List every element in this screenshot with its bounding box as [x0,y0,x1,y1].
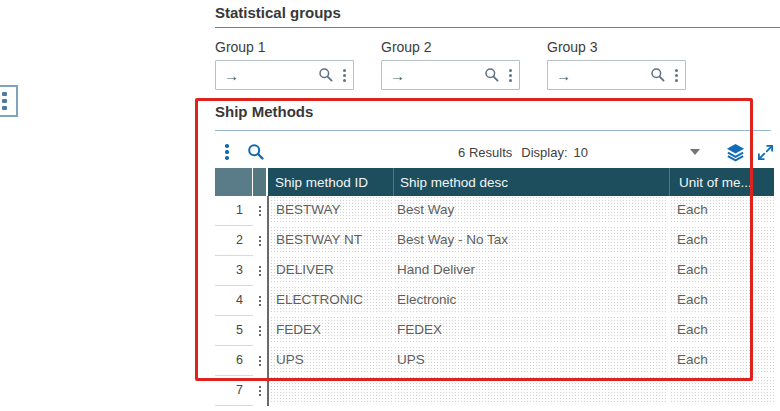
table-row: 5 FEDEX FEDEX Each [215,316,774,346]
display-label: Display: [521,145,567,160]
search-icon[interactable] [318,67,334,83]
cell-unit-of-measure[interactable]: Each [668,346,774,376]
statistical-group-field: Group 1 → [215,39,354,90]
grid-toolbar-right: 6 Results Display: 10 [458,143,774,162]
row-number-cell[interactable]: 3 [215,256,253,286]
kebab-menu-icon [259,266,262,277]
panel-underline [215,130,771,131]
table-row: 1 BESTWAY Best Way Each [215,196,774,226]
grid-search-button[interactable] [247,143,265,161]
search-icon[interactable] [650,67,666,83]
kebab-menu-icon[interactable] [675,69,678,82]
cell-ship-method-id[interactable]: BESTWAY NT [267,226,392,256]
header-kebab-cell[interactable] [253,168,266,196]
row-number-cell[interactable]: 7 [215,376,253,406]
cell-ship-method-id[interactable]: ELECTRONIC [267,286,392,316]
search-icon [247,143,265,161]
cell-unit-of-measure[interactable]: Each [668,316,774,346]
kebab-menu-icon [259,386,262,397]
kebab-menu-icon[interactable] [343,69,346,82]
grid-left-divider [267,196,269,406]
table-row: 7 [215,376,774,406]
cell-ship-method-desc[interactable]: Best Way [392,196,668,226]
section-title: Statistical groups [215,3,341,22]
cell-unit-of-measure[interactable]: Each [668,256,774,286]
cell-ship-method-desc[interactable]: UPS [392,346,668,376]
group-label: Group 3 [547,39,686,55]
row-kebab-button[interactable] [253,346,267,376]
cell-ship-method-id[interactable]: BESTWAY [267,196,392,226]
row-number-cell[interactable]: 4 [215,286,253,316]
row-kebab-button[interactable] [253,256,267,286]
arrow-right-icon[interactable]: → [554,68,571,83]
row-kebab-button[interactable] [253,196,267,226]
column-header-ship-method-id[interactable]: Ship method ID [268,168,393,196]
group-input[interactable]: → [547,60,686,90]
display-page-size-value[interactable]: 10 [574,145,588,160]
cell-ship-method-desc[interactable]: Hand Deliver [392,256,668,286]
kebab-menu-icon [2,92,7,110]
grid-overflow-menu-button[interactable] [220,144,234,160]
table-row: 3 DELIVER Hand Deliver Each [215,256,774,286]
kebab-menu-icon [259,296,262,307]
grid-expand-button[interactable] [757,144,774,161]
cell-ship-method-id[interactable]: UPS [267,346,392,376]
statistical-group-field: Group 3 → [547,39,686,90]
cell-unit-of-measure[interactable] [668,376,774,406]
select-all-cell[interactable] [215,168,252,196]
kebab-menu-icon [259,356,262,367]
section-underline [215,27,780,28]
kebab-menu-icon [259,206,262,217]
cell-ship-method-id[interactable] [267,376,392,406]
grid-body: 1 BESTWAY Best Way Each 2 BESTWAY NT Bes… [215,196,774,406]
cell-ship-method-desc[interactable]: FEDEX [392,316,668,346]
column-header-unit-of-measure[interactable]: Unit of me... [669,168,774,196]
grid-layers-button[interactable] [726,143,745,162]
kebab-menu-icon [259,326,262,337]
cell-ship-method-id[interactable]: FEDEX [267,316,392,346]
display-dropdown-caret-icon[interactable] [690,149,700,155]
group-input[interactable]: → [215,60,354,90]
ship-methods-grid: Ship method ID Ship method desc Unit of … [215,168,774,406]
column-header-ship-method-desc[interactable]: Ship method desc [393,168,669,196]
group-input[interactable]: → [381,60,520,90]
row-number-cell[interactable]: 5 [215,316,253,346]
cell-ship-method-desc[interactable] [392,376,668,406]
arrow-right-icon[interactable]: → [388,68,405,83]
table-row: 4 ELECTRONIC Electronic Each [215,286,774,316]
layers-icon [726,143,745,162]
ship-methods-panel: Ship Methods 6 Results Display: 10 [215,100,774,411]
cell-unit-of-measure[interactable]: Each [668,286,774,316]
row-number-cell[interactable]: 6 [215,346,253,376]
grid-header-row: Ship method ID Ship method desc Unit of … [215,168,774,196]
statistical-group-field: Group 2 → [381,39,520,90]
kebab-menu-icon [259,236,262,247]
group-fields-row: Group 1 → Group 2 → Group 3 → [215,39,686,90]
cell-unit-of-measure[interactable]: Each [668,226,774,256]
row-number-cell[interactable]: 2 [215,226,253,256]
table-row: 2 BESTWAY NT Best Way - No Tax Each [215,226,774,256]
cell-unit-of-measure[interactable]: Each [668,196,774,226]
row-number-cell[interactable]: 1 [215,196,253,226]
kebab-menu-icon[interactable] [509,69,512,82]
row-kebab-button[interactable] [253,316,267,346]
row-kebab-button[interactable] [253,286,267,316]
panel-title: Ship Methods [215,103,313,120]
group-label: Group 2 [381,39,520,55]
row-kebab-button[interactable] [253,226,267,256]
row-kebab-button[interactable] [253,376,267,406]
cell-ship-method-desc[interactable]: Electronic [392,286,668,316]
arrow-right-icon[interactable]: → [222,68,239,83]
cell-ship-method-desc[interactable]: Best Way - No Tax [392,226,668,256]
edge-kebab-button[interactable] [0,85,18,117]
expand-icon [757,144,774,161]
results-count: 6 Results [458,145,512,160]
page: Statistical groups Group 1 → Group 2 → [0,0,780,411]
group-label: Group 1 [215,39,354,55]
grid-toolbar: 6 Results Display: 10 [215,137,774,167]
kebab-menu-icon [225,144,229,160]
search-icon[interactable] [484,67,500,83]
cell-ship-method-id[interactable]: DELIVER [267,256,392,286]
table-row: 6 UPS UPS Each [215,346,774,376]
